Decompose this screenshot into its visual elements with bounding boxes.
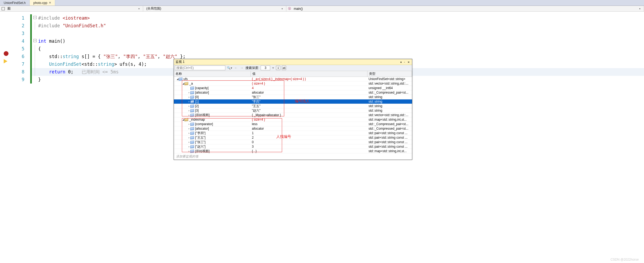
- chevron-down-icon: ▾: [639, 7, 641, 10]
- watch-row[interactable]: ▹["李四"]1std::pair<std::string const ...: [174, 131, 412, 135]
- variable-icon: [190, 122, 194, 126]
- col-value[interactable]: 值: [251, 71, 367, 77]
- fold-icon[interactable]: −: [33, 16, 37, 19]
- nav-left-select[interactable]: 图▾: [6, 6, 141, 11]
- var-value: {...}: [251, 149, 367, 153]
- col-type[interactable]: 类型: [367, 71, 412, 77]
- expander-icon[interactable]: ▹: [188, 150, 190, 152]
- var-value: allocator: [251, 127, 367, 130]
- watch-header: 名称 值 类型: [174, 71, 412, 77]
- watch-row[interactable]: ▹[comparator]lessstd::_Compressed_pair<s…: [174, 122, 412, 126]
- expander-icon[interactable]: ▹: [188, 123, 190, 125]
- var-value: 4: [251, 86, 367, 90]
- watch-row[interactable]: [capacity]4unsigned __int64: [174, 86, 412, 90]
- function-icon: ⦿: [288, 7, 291, 11]
- watch-row[interactable]: ◢ufs{ _a={ size=4 } _indexmap={ size=4 }…: [174, 77, 412, 81]
- watch-row[interactable]: ▹["张三"]0std::pair<std::string const ...: [174, 140, 412, 144]
- chevron-down-icon: ▾: [282, 7, 283, 10]
- watch-titlebar[interactable]: 监视 1 ▾ ▫ ✕: [174, 59, 412, 65]
- depth-input[interactable]: [261, 65, 270, 70]
- tool-icon-1[interactable]: ↧: [276, 66, 280, 70]
- expander-icon[interactable]: ▹: [188, 91, 190, 94]
- nav-back-button[interactable]: ←: [234, 66, 238, 70]
- watch-row[interactable]: ◢_indexmap{ size=4 }std::map<std::string…: [174, 117, 412, 122]
- watch-row[interactable]: ▹[allocator]allocatorstd::_Compressed_pa…: [174, 90, 412, 95]
- expander-icon[interactable]: ▹: [188, 105, 190, 107]
- variable-icon: [185, 118, 188, 121]
- watch-add-item[interactable]: 添加要监视的项: [174, 154, 412, 160]
- var-type: std::vector<std::string,std::...: [367, 113, 412, 117]
- var-type: std::vector<std::string,std::...: [367, 82, 412, 85]
- var-name: [comparator]: [195, 122, 213, 126]
- var-name: [0]: [195, 95, 199, 99]
- watch-row[interactable]: ▹[1]"李四"std::string: [174, 99, 412, 104]
- var-type: std::_Compressed_pair<st...: [367, 91, 412, 94]
- expander-icon[interactable]: ▹: [188, 145, 190, 148]
- watch-row[interactable]: ▹[allocator]allocatorstd::_Compressed_pa…: [174, 126, 412, 131]
- expander-icon[interactable]: ▹: [188, 100, 190, 103]
- expander-icon[interactable]: ◢: [176, 78, 179, 80]
- var-value: { size=4 }: [251, 82, 367, 85]
- var-name: [3]: [195, 109, 199, 112]
- watch-row[interactable]: ▹["王五"]2std::pair<std::string const ...: [174, 135, 412, 140]
- variable-icon: [190, 127, 194, 130]
- variable-icon: [190, 109, 194, 112]
- variable-icon: [190, 150, 194, 153]
- var-type: std::_Compressed_pair<st...: [367, 122, 412, 126]
- navigation-bar: 图▾ (全局范围)▾ ⦿ main()▾: [0, 6, 644, 12]
- variable-icon: [190, 141, 194, 144]
- watch-row[interactable]: ▹[3]"赵六"std::string: [174, 108, 412, 113]
- close-icon[interactable]: ✕: [407, 61, 410, 64]
- expander-icon[interactable]: ▹: [188, 127, 190, 130]
- fold-icon[interactable]: −: [33, 39, 37, 42]
- var-value: "王五": [251, 104, 367, 108]
- close-icon[interactable]: ✕: [49, 1, 51, 5]
- var-name: ["李四"]: [195, 131, 205, 135]
- col-name[interactable]: 名称: [174, 71, 251, 77]
- watch-row[interactable]: ▹[原始视图]{ _Mypair=allocator }std::vector<…: [174, 113, 412, 117]
- search-icon[interactable]: 🔍▾: [227, 66, 232, 70]
- watch-row[interactable]: ▹[2]"王五"std::string: [174, 104, 412, 108]
- expander-icon[interactable]: ▹: [188, 96, 190, 98]
- var-name: ["张三"]: [195, 140, 205, 144]
- var-type: std::pair<std::string const ...: [367, 136, 412, 139]
- variable-icon: [190, 91, 194, 94]
- pin-icon[interactable]: ▫: [403, 61, 406, 64]
- tab-unionfindset[interactable]: UnionFindSet.h: [0, 0, 30, 6]
- var-name: ["王五"]: [195, 135, 205, 140]
- var-value: 3: [251, 145, 367, 148]
- dropdown-icon[interactable]: ▾: [400, 61, 402, 64]
- expander-icon[interactable]: ▹: [188, 141, 190, 143]
- expander-icon[interactable]: ▹: [188, 114, 190, 116]
- watch-window: 监视 1 ▾ ▫ ✕ 🔍▾ ← → 搜索深度: ▾ ↧ ab 名称 值 类型 ◢…: [174, 59, 412, 160]
- tab-bar: UnionFindSet.h photo.cpp ✕: [0, 0, 644, 6]
- nav-scope-select[interactable]: (全局范围)▾: [145, 6, 284, 11]
- annotation-text-2: 人找编号: [276, 134, 291, 139]
- var-type: std::pair<std::string const ...: [367, 140, 412, 144]
- chevron-down-icon[interactable]: ▾: [272, 66, 274, 70]
- expander-icon[interactable]: ▹: [188, 109, 190, 112]
- var-type: std::string: [367, 95, 412, 99]
- chevron-down-icon: ▾: [138, 7, 140, 10]
- watch-row[interactable]: ▹["赵六"]3std::pair<std::string const ...: [174, 144, 412, 149]
- variable-icon: [190, 86, 194, 90]
- watch-row[interactable]: ◢_a{ size=4 }std::vector<std::string,std…: [174, 81, 412, 86]
- expander-icon[interactable]: ◢: [182, 118, 185, 121]
- tab-photo[interactable]: photo.cpp ✕: [30, 0, 55, 6]
- breakpoint-margin[interactable]: [0, 12, 13, 263]
- watch-row[interactable]: ▹[原始视图]{...}std::map<std::string,int,st.…: [174, 149, 412, 154]
- watch-row[interactable]: ▹[0]"张三"std::string: [174, 95, 412, 99]
- nav-function-select[interactable]: main()▾: [292, 7, 642, 11]
- nav-forward-button[interactable]: →: [240, 66, 244, 70]
- variable-icon: [190, 95, 194, 99]
- var-type: std::pair<std::string const ...: [367, 131, 412, 135]
- watermark: CSDN @2022horse: [611, 258, 639, 261]
- var-value: "张三": [251, 95, 367, 99]
- variable-icon: [185, 82, 188, 85]
- expander-icon[interactable]: ▹: [188, 132, 190, 134]
- breakpoint-icon[interactable]: [4, 51, 8, 56]
- tool-icon-2[interactable]: ab: [282, 66, 286, 70]
- expander-icon[interactable]: ▹: [188, 136, 190, 139]
- watch-search-input[interactable]: [175, 65, 225, 70]
- expander-icon[interactable]: ◢: [182, 82, 185, 85]
